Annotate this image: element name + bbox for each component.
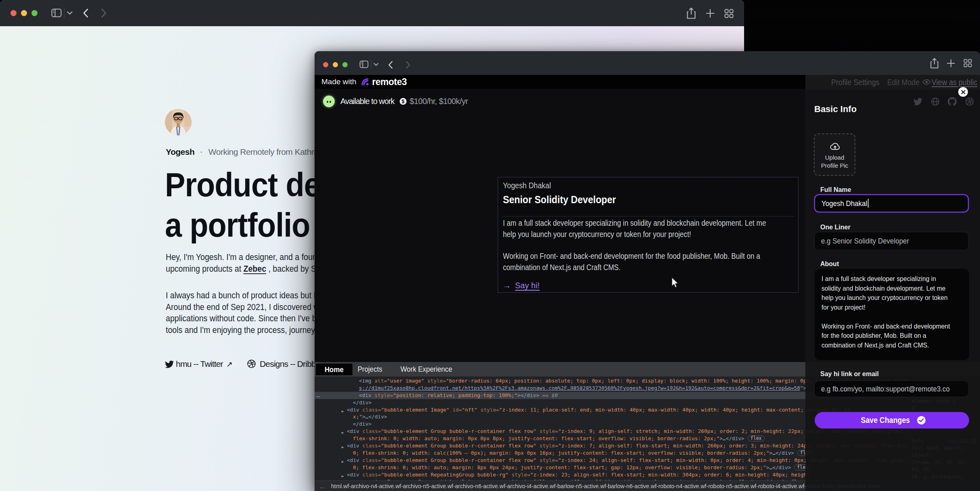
minimize-window-button[interactable] — [333, 62, 338, 67]
chevron-down-icon[interactable] — [67, 11, 73, 15]
panel-title: Profile Settings — [831, 78, 880, 87]
twitter-icon — [165, 360, 174, 368]
mouse-cursor — [671, 277, 679, 289]
globe-icon[interactable] — [931, 97, 940, 106]
cloud-upload-icon — [830, 143, 840, 150]
author-name: Yogesh — [166, 147, 194, 156]
profile-about-paragraph-2: Working on Front- and back-end developme… — [503, 251, 795, 273]
social-icons-row — [913, 97, 974, 106]
front-window-toolbar — [315, 51, 980, 75]
remote3-logo-icon — [360, 77, 370, 87]
zoom-window-button[interactable] — [342, 62, 348, 67]
social-links-row: hmu -- Twitter↗ Designs -- Dribbble — [165, 359, 339, 369]
back-icon[interactable] — [83, 8, 88, 18]
tab-overview-icon[interactable] — [724, 9, 734, 18]
share-icon[interactable] — [930, 58, 939, 69]
new-tab-icon[interactable] — [706, 9, 715, 18]
save-changes-button[interactable]: Save Changes — [815, 412, 969, 429]
remote3-browser-window: Made with remote3 Available to work $ $1… — [315, 51, 980, 491]
tab-projects[interactable]: Projects — [356, 362, 384, 377]
eye-icon — [922, 79, 931, 85]
check-circle-icon — [917, 416, 926, 425]
profile-name: Yogesh Dhakal — [503, 181, 551, 190]
sidebar-toggle-icon[interactable] — [359, 60, 369, 68]
arrow-right-icon: → — [503, 281, 511, 290]
author-avatar — [165, 109, 192, 135]
availability-status: Available to work — [340, 97, 394, 106]
about-label: About — [820, 260, 839, 268]
about-textarea[interactable]: I am a full stack developer specializing… — [815, 269, 969, 360]
toolbar-divider — [371, 60, 371, 69]
availability-rates: $100/hr, $100k/yr — [410, 97, 468, 106]
tab-home[interactable]: Home — [316, 364, 352, 375]
sayhi-link-label: Say hi link or email — [820, 370, 879, 378]
one-liner-label: One Liner — [820, 224, 851, 231]
edit-mode-link[interactable]: Edit Mode — [887, 78, 920, 87]
dribbble-icon[interactable] — [965, 97, 974, 106]
close-icon — [961, 90, 965, 94]
twitter-icon[interactable] — [913, 97, 922, 106]
full-name-input[interactable]: Yogesh Dhakal — [814, 194, 969, 212]
section-title: Basic Info — [814, 104, 857, 114]
close-window-button[interactable] — [323, 62, 328, 67]
upload-profile-pic-button[interactable]: UploadProfile Pic — [814, 133, 855, 176]
back-icon[interactable] — [388, 61, 393, 69]
tab-work-experience[interactable]: Work Experience — [397, 362, 455, 377]
availability-row: Available to work $ $100/hr, $100k/yr — [322, 94, 468, 108]
sidebar-toggle-icon[interactable] — [51, 8, 62, 17]
forward-icon[interactable] — [406, 61, 411, 69]
author-byline: Yogesh·Working Remotely from Kathmandu — [166, 147, 336, 157]
close-window-button[interactable] — [10, 10, 17, 16]
card-divider — [503, 216, 794, 216]
profile-settings-panel: Profile Settings Edit Mode View as publi… — [805, 75, 980, 491]
breadcrumb-overflow-icon: … — [319, 483, 325, 489]
made-with-label: Made with — [321, 77, 357, 86]
github-icon[interactable] — [948, 97, 957, 106]
one-liner-input[interactable]: e.g Senior Solidity Developer — [814, 232, 969, 250]
sayhi-link-input[interactable]: e.g fb.com/yo, mailto:support@remote3.co — [814, 381, 969, 397]
new-tab-icon[interactable] — [947, 59, 955, 67]
share-icon[interactable] — [686, 7, 696, 19]
toolbar-divider — [64, 8, 65, 18]
panel-header: Profile Settings Edit Mode View as publi… — [805, 75, 980, 89]
background-window-toolbar — [0, 0, 744, 26]
profile-about-paragraph-1: I am a full stack developer specializing… — [503, 218, 802, 240]
chevron-down-icon[interactable] — [373, 63, 379, 66]
dribbble-icon — [247, 360, 256, 368]
close-panel-button[interactable] — [958, 87, 968, 97]
full-name-label: Full Name — [820, 186, 851, 193]
dollar-icon: $ — [400, 98, 407, 105]
remote3-brand: remote3 — [372, 77, 407, 87]
say-hi-link[interactable]: →Say hi! — [503, 281, 540, 290]
byline-separator: · — [200, 147, 203, 156]
zoom-window-button[interactable] — [31, 10, 38, 16]
forward-icon[interactable] — [101, 8, 107, 18]
minimize-window-button[interactable] — [21, 10, 27, 16]
profile-card[interactable]: Yogesh Dhakal Senior Solidity Developer … — [498, 177, 799, 293]
availability-avatar[interactable] — [322, 94, 336, 108]
text-caret — [868, 199, 868, 208]
tab-overview-icon[interactable] — [963, 59, 972, 67]
dom-breadcrumb: html.wf-archivo-n4-active.wf-archivo-n5-… — [331, 483, 880, 489]
external-arrow-icon: ↗ — [226, 360, 232, 368]
profile-title: Senior Solidity Developer — [503, 193, 616, 206]
view-as-public-link[interactable]: View as public — [932, 78, 977, 87]
twitter-link[interactable]: hmu -- Twitter↗ — [165, 359, 232, 368]
